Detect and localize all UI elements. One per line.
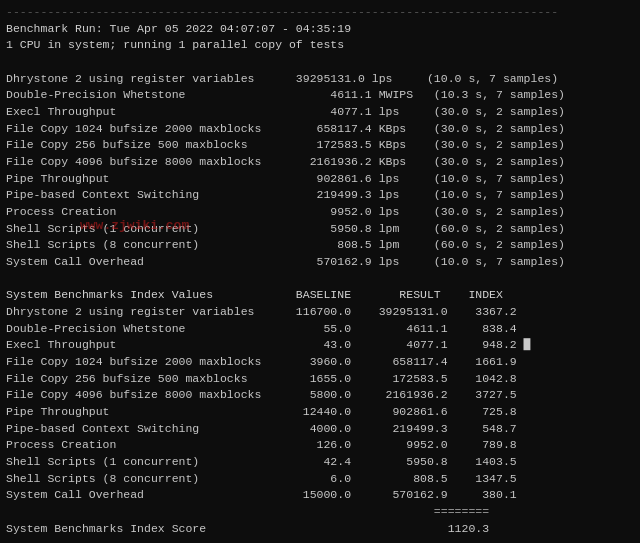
index-row: Shell Scripts (1 concurrent) 42.4 5950.8…	[6, 454, 634, 471]
index-row: File Copy 1024 bufsize 2000 maxblocks 39…	[6, 354, 634, 371]
cpu-info: 1 CPU in system; running 1 parallel copy…	[6, 37, 634, 54]
index-section: System Benchmarks Index Values BASELINE …	[6, 287, 634, 537]
benchmark-section: Dhrystone 2 using register variables 392…	[6, 71, 634, 271]
benchmark-row: Shell Scripts (8 concurrent) 808.5 lpm (…	[6, 237, 634, 254]
index-row: Dhrystone 2 using register variables 116…	[6, 304, 634, 321]
benchmark-row: File Copy 1024 bufsize 2000 maxblocks 65…	[6, 121, 634, 138]
run-info: Benchmark Run: Tue Apr 05 2022 04:07:07 …	[6, 21, 634, 38]
index-row: Pipe-based Context Switching 4000.0 2194…	[6, 421, 634, 438]
index-row: File Copy 256 bufsize 500 maxblocks 1655…	[6, 371, 634, 388]
index-table-header: System Benchmarks Index Values BASELINE …	[6, 287, 634, 304]
benchmark-row: File Copy 256 bufsize 500 maxblocks 1725…	[6, 137, 634, 154]
benchmark-row: Pipe-based Context Switching 219499.3 lp…	[6, 187, 634, 204]
blank1	[6, 54, 634, 71]
benchmark-row: File Copy 4096 bufsize 8000 maxblocks 21…	[6, 154, 634, 171]
blank2	[6, 271, 634, 288]
index-row: Double-Precision Whetstone 55.0 4611.1 8…	[6, 321, 634, 338]
index-row: System Call Overhead 15000.0 570162.9 38…	[6, 487, 634, 504]
index-row: Pipe Throughput 12440.0 902861.6 725.8	[6, 404, 634, 421]
benchmark-row: Double-Precision Whetstone 4611.1 MWIPS …	[6, 87, 634, 104]
top-divider: ----------------------------------------…	[6, 4, 634, 21]
index-row: Shell Scripts (8 concurrent) 6.0 808.5 1…	[6, 471, 634, 488]
benchmark-row: Shell Scripts (1 concurrent) 5950.8 lpm …	[6, 221, 634, 238]
benchmark-row: Process Creation 9952.0 lps (30.0 s, 2 s…	[6, 204, 634, 221]
benchmark-row: Pipe Throughput 902861.6 lps (10.0 s, 7 …	[6, 171, 634, 188]
index-row: File Copy 4096 bufsize 8000 maxblocks 58…	[6, 387, 634, 404]
terminal-output: ----------------------------------------…	[6, 4, 634, 543]
index-row: Execl Throughput 43.0 4077.1 948.2 █	[6, 337, 634, 354]
score-line: System Benchmarks Index Score 1120.3	[6, 521, 634, 538]
benchmark-row: Dhrystone 2 using register variables 392…	[6, 71, 634, 88]
index-row: Process Creation 126.0 9952.0 789.8	[6, 437, 634, 454]
benchmark-row: System Call Overhead 570162.9 lps (10.0 …	[6, 254, 634, 271]
benchmark-row: Execl Throughput 4077.1 lps (30.0 s, 2 s…	[6, 104, 634, 121]
blank3	[6, 538, 634, 544]
equals-bar: ========	[6, 504, 634, 521]
